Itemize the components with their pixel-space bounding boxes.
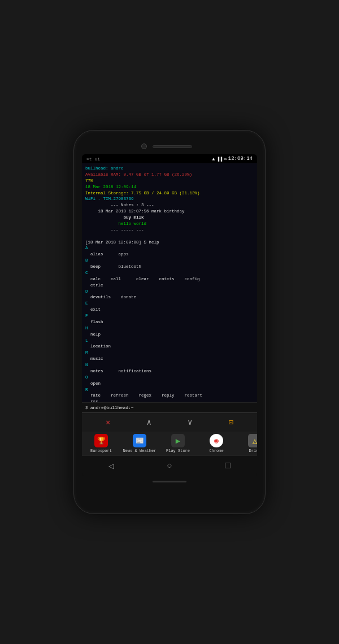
terminal-line-H: H bbox=[85, 325, 254, 332]
drive-label: Drive bbox=[249, 449, 257, 453]
terminal-line-C: C bbox=[85, 270, 254, 276]
terminal-line-D: D bbox=[85, 289, 254, 295]
terminal-line-notes: notes notifications bbox=[85, 368, 254, 375]
terminal-line-storage: Internal Storage: 7.75 GB / 24.89 GB (31… bbox=[85, 190, 254, 197]
terminal-line-location: location bbox=[85, 343, 254, 350]
terminal-output[interactable]: bullhead: andre Available RAM: 0.47 GB o… bbox=[82, 163, 257, 402]
terminal-line-date: 18 Mar 2018 12:09:14 bbox=[85, 184, 254, 190]
app-eurosport[interactable]: 🏆 Eurosport bbox=[82, 434, 120, 453]
down-button[interactable]: ∨ bbox=[184, 416, 195, 428]
terminal-line-B: B bbox=[85, 258, 254, 264]
news-icon: 📰 bbox=[133, 434, 146, 447]
drive-icon: △ bbox=[248, 434, 257, 447]
app-news-weather[interactable]: 📰 News & Weather bbox=[120, 434, 159, 453]
playstore-icon: ▶ bbox=[171, 434, 185, 447]
terminal-line-rate: rate refresh regex reply restart bbox=[85, 393, 254, 399]
terminal-line-prompt-help: [18 Mar 2018 12:09:08] $ help bbox=[85, 240, 254, 246]
news-label: News & Weather bbox=[123, 449, 157, 453]
terminal-line-open: open bbox=[85, 381, 254, 387]
terminal-line-O: O bbox=[85, 375, 254, 381]
phone-screen: »t ui ▲ ▐▐ ▭ 12:09:14 bullhead: andre Av… bbox=[82, 154, 257, 476]
home-button[interactable]: ○ bbox=[167, 461, 172, 471]
terminal-line-F: F bbox=[85, 313, 254, 319]
recent-apps-button[interactable]: □ bbox=[225, 461, 231, 471]
terminal-line-E: E bbox=[85, 301, 254, 307]
phone-top-bar bbox=[82, 141, 257, 152]
terminal-line-flash: flash bbox=[85, 319, 254, 325]
terminal-line-exit: exit bbox=[85, 307, 254, 313]
terminal-line-notes-footer: --- ----- --- bbox=[85, 227, 254, 233]
phone-shell: »t ui ▲ ▐▐ ▭ 12:09:14 bullhead: andre Av… bbox=[73, 130, 266, 514]
eurosport-label: Eurosport bbox=[90, 449, 112, 453]
phone-bottom-bar bbox=[82, 481, 257, 482]
terminal-line-ram: Available RAM: 0.47 GB of 1.77 GB (26.29… bbox=[85, 172, 254, 178]
speaker-grille bbox=[153, 145, 192, 148]
keyboard-toolbar: ✕ ∧ ∨ ⊡ bbox=[82, 412, 257, 432]
terminal-line-L: L bbox=[85, 338, 254, 344]
app-chrome[interactable]: ◉ Chrome bbox=[197, 434, 236, 453]
clipboard-button[interactable]: ⊡ bbox=[225, 416, 237, 428]
terminal-blank-line bbox=[85, 233, 254, 240]
playstore-label: Play Store bbox=[166, 449, 190, 453]
app-shortcuts-bar: 🏆 Eurosport 📰 News & Weather ▶ Play Stor… bbox=[82, 432, 257, 455]
prompt-dollar: $ bbox=[85, 405, 88, 410]
terminal-line-music: music bbox=[85, 356, 254, 362]
back-button[interactable]: ◁ bbox=[108, 460, 114, 472]
battery-icon: ▭ bbox=[224, 156, 227, 162]
terminal-line-N: N bbox=[85, 362, 254, 368]
terminal-line-M: M bbox=[85, 350, 254, 356]
terminal-line-help: help bbox=[85, 332, 254, 338]
bottom-indicator bbox=[153, 481, 186, 482]
terminal-line-note1: 18 Mar 2018 12:07:56 mark birthday bbox=[85, 208, 254, 215]
chrome-icon: ◉ bbox=[210, 434, 223, 447]
up-button[interactable]: ∧ bbox=[144, 416, 155, 428]
terminal-line-hostname: bullhead: andre bbox=[85, 166, 254, 172]
status-icons: ▲ ▐▐ ▭ 12:09:14 bbox=[212, 156, 253, 162]
camera-icon bbox=[141, 143, 147, 149]
nav-bar: ◁ ○ □ bbox=[82, 455, 257, 476]
close-button[interactable]: ✕ bbox=[102, 416, 114, 428]
status-bar: »t ui ▲ ▐▐ ▭ 12:09:14 bbox=[82, 154, 257, 163]
terminal-line-alias: alias apps bbox=[85, 251, 254, 258]
app-play-store[interactable]: ▶ Play Store bbox=[159, 434, 197, 453]
terminal-line-notes-header: --- Notes : 3 --- bbox=[85, 202, 254, 208]
terminal-line-devutils: devutils donate bbox=[85, 294, 254, 301]
app-drive[interactable]: △ Drive bbox=[236, 434, 257, 453]
terminal-line-ctrlc: ctrlc bbox=[85, 282, 254, 289]
clock: 12:09:14 bbox=[228, 156, 253, 162]
signal-icon: ▐▐ bbox=[216, 156, 222, 162]
terminal-line-ram-pct: 77% bbox=[85, 178, 254, 184]
terminal-line-R: R bbox=[85, 387, 254, 393]
terminal-line-wifi: WiFi - TIM-27983739 bbox=[85, 196, 254, 202]
terminal-line-note3: hello world bbox=[85, 221, 254, 227]
terminal-line-beep: beep bluetooth bbox=[85, 264, 254, 270]
terminal-line-A: A bbox=[85, 245, 254, 251]
terminal-line-calc: calc call clear cntcts config bbox=[85, 276, 254, 282]
chrome-label: Chrome bbox=[209, 449, 223, 453]
terminal-input[interactable] bbox=[90, 405, 254, 410]
status-left-indicator: »t ui bbox=[86, 156, 100, 162]
wifi-icon: ▲ bbox=[212, 156, 215, 162]
eurosport-icon: 🏆 bbox=[94, 434, 108, 447]
terminal-input-bar[interactable]: $ bbox=[82, 402, 257, 412]
terminal-line-note2: buy milk bbox=[85, 215, 254, 221]
